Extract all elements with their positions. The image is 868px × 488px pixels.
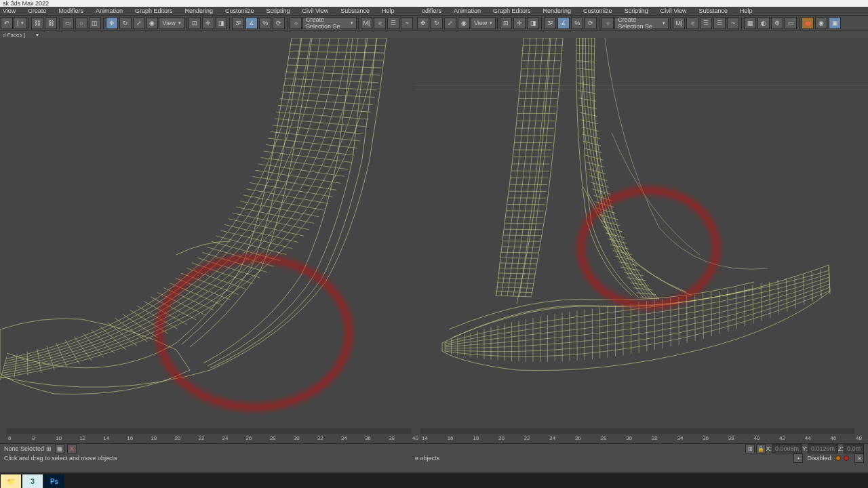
spinner-snap-icon[interactable]: ⟳ — [273, 17, 285, 29]
reference-coord-dropdown-r[interactable]: View — [471, 17, 496, 29]
selection-set-dropdown-r[interactable]: Create Selection Se — [614, 17, 669, 29]
reference-coord-dropdown[interactable]: View — [159, 17, 184, 29]
menu-help[interactable]: Help — [382, 7, 395, 14]
menu-rendering[interactable]: Rendering — [184, 7, 213, 14]
menu-graph-editors-r[interactable]: Graph Editors — [493, 7, 531, 14]
time-slider[interactable]: 6810121416182022242628303234363840141618… — [0, 424, 868, 443]
view-dropdown[interactable]: | — [14, 17, 27, 29]
coord-z-value[interactable]: 0.0m — [844, 444, 864, 453]
layer-icon-r[interactable]: ☰ — [700, 17, 712, 29]
manipulate-icon-r[interactable]: ✛ — [513, 17, 526, 29]
taskbar-explorer[interactable]: 📁 — [1, 474, 21, 488]
circle-select-icon[interactable]: ○ — [75, 17, 87, 29]
align-icon[interactable]: ≡ — [374, 17, 386, 29]
snap-toggle-icon[interactable]: 3² — [232, 17, 244, 29]
working-pivot-icon-r[interactable]: ⟐ — [601, 17, 614, 29]
menu-create[interactable]: Create — [28, 7, 46, 14]
manipulate-icon[interactable]: ✛ — [202, 17, 214, 29]
angle-snap-icon[interactable]: ∡ — [245, 17, 258, 29]
rect-select-icon[interactable]: ▭ — [62, 17, 74, 29]
rotate-icon[interactable]: ↻ — [119, 17, 132, 29]
render-frame-icon[interactable]: ▭ — [785, 17, 797, 29]
status-hint: Click and drag to select and move object… — [4, 455, 117, 462]
coord-x-value[interactable]: 0.0008m — [772, 444, 802, 453]
keyboard-icon[interactable]: ◨ — [216, 17, 228, 29]
wireframe-mesh-left — [0, 38, 415, 424]
open-render-icon[interactable]: ▣ — [829, 17, 841, 29]
filter-dropdown-icon[interactable]: ▾ — [36, 32, 39, 38]
pivot-icon-r[interactable]: ⊡ — [500, 17, 512, 29]
time-track-left[interactable] — [7, 428, 411, 434]
menu-view[interactable]: View — [3, 7, 16, 14]
time-track-right[interactable] — [420, 428, 854, 434]
menu-customize-r[interactable]: Customize — [583, 7, 612, 14]
spinner-snap-icon-r[interactable]: ⟳ — [585, 17, 597, 29]
move-icon[interactable]: ✥ — [106, 17, 118, 29]
coord-y-value[interactable]: 0.0129m — [808, 444, 838, 453]
menu-scripting-r[interactable]: Scripting — [625, 7, 648, 14]
menu-substance[interactable]: Substance — [340, 7, 370, 14]
selection-lock-x[interactable]: X — [67, 444, 77, 453]
menu-graph-editors[interactable]: Graph Editors — [135, 7, 173, 14]
curve-editor-icon-r[interactable]: ~ — [727, 17, 739, 29]
menu-modifiers-r[interactable]: odifiers — [422, 7, 441, 14]
viewport-left[interactable] — [0, 38, 415, 424]
scale-icon-r[interactable]: ⤢ — [444, 17, 456, 29]
maxscript-add-icon[interactable]: + — [793, 453, 803, 463]
time-tick: 26 — [246, 435, 252, 441]
link-icon[interactable]: ⛓ — [31, 17, 43, 29]
time-tick: 20 — [498, 435, 505, 441]
percent-snap-icon-r[interactable]: % — [571, 17, 583, 29]
angle-snap-icon-r[interactable]: ∡ — [557, 17, 570, 29]
scale-icon[interactable]: ⤢ — [133, 17, 145, 29]
schematic-icon[interactable]: ▦ — [744, 17, 756, 29]
snap-toggle-icon-r[interactable]: 3² — [544, 17, 556, 29]
percent-snap-icon[interactable]: % — [259, 17, 271, 29]
menu-animation-r[interactable]: Animation — [454, 7, 481, 14]
menu-rendering-r[interactable]: Rendering — [543, 7, 572, 14]
keyboard-icon-r[interactable]: ◨ — [527, 17, 539, 29]
lock-icon[interactable]: 🔒 — [756, 444, 766, 453]
selection-set-dropdown[interactable]: Create Selection Se — [302, 17, 357, 29]
menu-help-r[interactable]: Help — [740, 7, 753, 14]
menu-scripting[interactable]: Scripting — [267, 7, 290, 14]
menu-customize[interactable]: Customize — [225, 7, 254, 14]
menu-substance-r[interactable]: Substance — [698, 7, 728, 14]
comm-center-icon[interactable]: ⊙ — [854, 453, 864, 463]
placement-icon[interactable]: ◉ — [146, 17, 159, 29]
viewport-right[interactable] — [415, 38, 868, 424]
render-button-teapot-icon[interactable]: 🫖 — [802, 17, 814, 29]
move-icon-r[interactable]: ✥ — [417, 17, 429, 29]
adaptive-degradation: Disabled: — [807, 455, 849, 462]
material-icon[interactable]: ◐ — [757, 17, 770, 29]
placement-icon-r[interactable]: ◉ — [458, 17, 470, 29]
grid-toggle-icon[interactable]: ⊞ — [44, 444, 54, 453]
undo-icon[interactable]: ↶ — [1, 17, 13, 29]
render-last-icon[interactable]: ◉ — [815, 17, 827, 29]
menu-civil-view-r[interactable]: Civil View — [660, 7, 687, 14]
layer-icon[interactable]: ☰ — [387, 17, 399, 29]
curve-editor-icon[interactable]: ~ — [401, 17, 413, 29]
taskbar-3dsmax[interactable]: 3 — [22, 474, 43, 488]
menu-civil-view[interactable]: Civil View — [302, 7, 329, 14]
rotate-icon-r[interactable]: ↻ — [431, 17, 443, 29]
time-tick: 34 — [677, 435, 683, 441]
menu-modifiers[interactable]: Modifiers — [58, 7, 83, 14]
time-tick: 26 — [575, 435, 581, 441]
pivot-icon[interactable]: ⊡ — [189, 17, 201, 29]
grid-snap-btn[interactable]: ⊞ — [745, 444, 755, 453]
mirror-icon[interactable]: M| — [361, 17, 373, 29]
selection-status: None Selected — [4, 445, 44, 452]
unlink-icon[interactable]: ⛓̷ — [45, 17, 57, 29]
coord-x-label: X: — [766, 445, 772, 452]
isolate-toggle[interactable]: ▦ — [55, 444, 64, 453]
ribbon-icon-r[interactable]: ☰ — [713, 17, 726, 29]
align-icon-r[interactable]: ≡ — [686, 17, 698, 29]
mirror-icon-r[interactable]: M| — [673, 17, 685, 29]
render-setup-icon[interactable]: ⚙ — [771, 17, 783, 29]
menu-animation[interactable]: Animation — [96, 7, 123, 14]
working-pivot-icon[interactable]: ⟐ — [290, 17, 302, 29]
taskbar-photoshop[interactable]: Ps — [44, 474, 64, 488]
sep — [287, 17, 288, 29]
fence-select-icon[interactable]: ◫ — [89, 17, 101, 29]
